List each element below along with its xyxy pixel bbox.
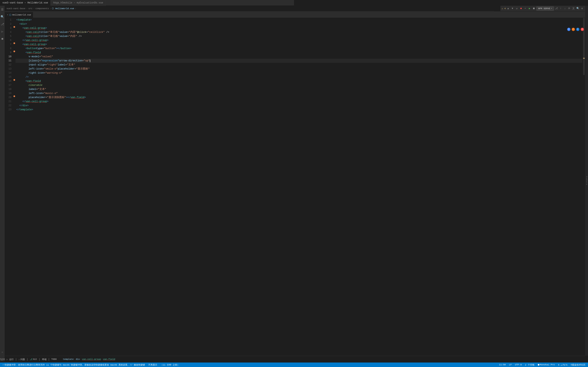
- code-line-18: label="文本": [16, 87, 294, 91]
- breadcrumb-bar: vue3-vant-base › src › components › ⬡ He…: [5, 6, 294, 11]
- line-num-16: 16: [5, 79, 11, 83]
- code-line-4: <van-cell title="单元格" value="内容" @click=…: [16, 30, 294, 34]
- code-line-5: <van-cell title="单元格" value="内容" />: [16, 34, 294, 38]
- code-line-11: [class]="expression" arrow-direction="up…: [16, 59, 294, 63]
- code-line-3: <van-cell-group>: [16, 26, 294, 30]
- breadcrumb-part-2[interactable]: src: [28, 7, 33, 10]
- line-num-7: 7: [5, 42, 11, 47]
- line-num-1: 1: [5, 18, 11, 22]
- activity-extensions[interactable]: ⊞: [0, 37, 4, 41]
- gutter-dots: [13, 18, 16, 184]
- code-line-12: input-align="right" label="文本": [16, 63, 294, 67]
- line-num-15: 15: [5, 75, 11, 79]
- code-line-6: </van-cell-group>: [16, 38, 294, 42]
- line-num-20: 20: [5, 95, 11, 100]
- activity-debug[interactable]: ▷: [0, 29, 4, 33]
- tab-vue-icon: ⬡: [9, 13, 11, 17]
- code-line-23: </template>: [16, 108, 294, 112]
- line-num-12: 12: [5, 63, 11, 67]
- title-left-text: vue3-vant-base – HelloWorld.vue: [2, 1, 48, 4]
- breakpoint-3[interactable]: [13, 26, 15, 28]
- breadcrumb-part-4[interactable]: ⬡ HelloWorld.vue: [52, 7, 74, 10]
- line-num-21: 21: [5, 100, 11, 104]
- code-line-20: placeholder="显示清除图标"></van-field>: [16, 95, 294, 100]
- line-num-19: 19: [5, 91, 11, 95]
- title-bar: vue3-vant-base – HelloWorld.vue hbga_h5m…: [0, 0, 294, 6]
- activity-bar: ☰ 🔍 ⎇ ▷ ⊞ ☆ npm: [0, 6, 5, 184]
- code-line-21: </van-cell-group>: [16, 100, 294, 104]
- breakpoint-9[interactable]: [13, 50, 15, 52]
- title-tab-right[interactable]: hbga_h5mobile – myEvaluationDo.vue: [51, 0, 106, 6]
- line-num-10: 10: [5, 55, 11, 59]
- title-tab-left[interactable]: vue3-vant-base – HelloWorld.vue: [0, 0, 51, 6]
- breakpoint-20[interactable]: [13, 95, 15, 97]
- line-num-17: 17: [5, 83, 11, 87]
- title-right-text: hbga_h5mobile – myEvaluationDo.vue: [53, 1, 103, 4]
- line-num-5: 5: [5, 34, 11, 38]
- line-numbers-gutter: 1 2 3 4 5 6 7 8 9 10 11 12 13 14 15 16 1…: [5, 18, 13, 184]
- code-line-8: <button type="button"></button>: [16, 47, 294, 50]
- code-line-1: <template>: [16, 18, 294, 22]
- line-num-6: 6: [5, 38, 11, 42]
- breadcrumb-part-3[interactable]: components: [35, 7, 49, 10]
- tab-filename: HelloWorld.vue: [12, 14, 31, 16]
- breakpoint-16[interactable]: [13, 79, 15, 81]
- line-num-9: 9: [5, 50, 11, 55]
- line-num-8: 8: [5, 47, 11, 50]
- editor-main: 1 2 3 4 5 6 7 8 9 10 11 12 13 14 15 16 1…: [5, 18, 294, 184]
- breadcrumb-part-1[interactable]: vue3-vant-base: [7, 7, 25, 10]
- code-line-19: left-icon="music-o": [16, 91, 294, 95]
- line-num-14: 14: [5, 71, 11, 75]
- line-num-23: 23: [5, 108, 11, 112]
- line-num-22: 22: [5, 104, 11, 108]
- activity-search[interactable]: 🔍: [0, 15, 4, 19]
- text-cursor: [90, 59, 90, 62]
- code-line-15: />: [16, 75, 294, 79]
- code-line-13: left-icon="smile-o" placeholder="显示图标": [16, 67, 294, 71]
- code-line-10: v-model="value1": [16, 55, 294, 59]
- code-line-22: </div>: [16, 104, 294, 108]
- editor-tab-helloworld[interactable]: × ⬡ HelloWorld.vue: [5, 12, 33, 18]
- code-line-16: <van-field: [16, 79, 294, 83]
- activity-source-control[interactable]: ⎇: [0, 22, 4, 26]
- breakpoint-7[interactable]: [13, 42, 15, 44]
- line-num-18: 18: [5, 87, 11, 91]
- code-line-7: <van-cell-group>: [16, 42, 294, 47]
- line-num-13: 13: [5, 67, 11, 71]
- line-num-3: 3: [5, 26, 11, 30]
- line-num-2: 2: [5, 22, 11, 26]
- tab-close[interactable]: ×: [7, 14, 8, 16]
- code-content[interactable]: <template> <div> <van-cell-group> <van-c…: [16, 18, 294, 184]
- code-line-14: right-icon="warning-o": [16, 71, 294, 75]
- code-line-17: clearable: [16, 83, 294, 87]
- code-line-2: <div>: [16, 22, 294, 26]
- line-num-4: 4: [5, 30, 11, 34]
- code-line-9: <van-field: [16, 50, 294, 55]
- line-num-11: 11: [5, 59, 11, 63]
- tab-bar: × ⬡ HelloWorld.vue: [5, 11, 294, 18]
- activity-explorer[interactable]: ☰: [0, 7, 4, 11]
